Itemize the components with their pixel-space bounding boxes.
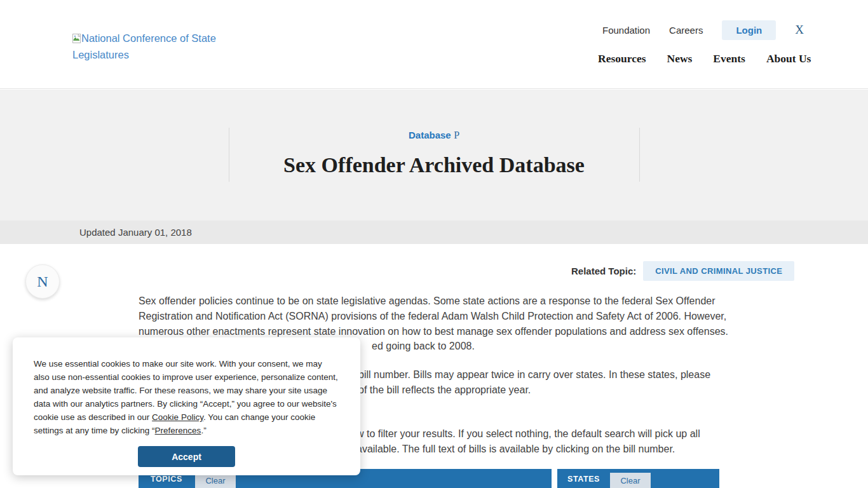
site-logo[interactable]: National Conference of State Legislature… (72, 30, 220, 62)
header: National Conference of State Legislature… (0, 0, 868, 89)
cookie-consent-dialog: We use essential cookies to make our sit… (13, 337, 360, 475)
related-topic-row: Related Topic: CIVIL AND CRIMINAL JUSTIC… (571, 261, 794, 280)
preferences-link[interactable]: Preferences (155, 426, 201, 435)
related-topic-badge[interactable]: CIVIL AND CRIMINAL JUSTICE (643, 261, 794, 281)
login-button[interactable]: Login (722, 20, 776, 40)
related-topic-label: Related Topic: (571, 266, 636, 276)
x-social-icon[interactable]: X (795, 23, 804, 37)
states-filter-panel: STATES Clear (557, 469, 719, 488)
updated-date: Updated January 01, 2018 (79, 227, 192, 238)
nav-careers[interactable]: Careers (669, 25, 703, 36)
main-nav: Resources News Events About Us (598, 52, 811, 65)
hero-section: Database P Sex Offender Archived Databas… (0, 90, 868, 220)
states-panel-title: STATES (567, 475, 600, 484)
topics-panel-title: TOPICS (151, 475, 182, 484)
states-clear-button[interactable]: Clear (610, 473, 651, 488)
breadcrumb-database-link[interactable]: Database (409, 130, 451, 140)
accept-cookies-button[interactable]: Accept (138, 446, 235, 467)
share-n-button[interactable]: N (25, 264, 60, 299)
paragraph-1-fragment: ed going back to 2008. (372, 339, 475, 354)
nav-about-us[interactable]: About Us (766, 52, 811, 65)
paragraph-3-fragment: w to filter your results. If you select … (356, 426, 700, 457)
broken-image-icon (72, 32, 81, 47)
logo-text: National Conference of State Legislature… (72, 32, 216, 60)
utility-nav: Foundation Careers Login X (602, 19, 804, 41)
nav-events[interactable]: Events (713, 52, 745, 65)
breadcrumb: Database P (0, 130, 868, 141)
paragraph-2-fragment: bill number. Bills may appear twice in c… (358, 367, 710, 398)
page-title: Sex Offender Archived Database (0, 153, 868, 177)
meta-bar: Updated January 01, 2018 (0, 220, 868, 244)
nav-news[interactable]: News (667, 52, 693, 65)
cookie-policy-link[interactable]: Cookie Policy (152, 412, 203, 422)
breadcrumb-suffix: P (454, 130, 459, 140)
cookie-text-part3: .” (201, 426, 206, 435)
cookie-consent-text: We use essential cookies to make our sit… (34, 357, 339, 437)
page: National Conference of State Legislature… (0, 0, 868, 488)
paragraph-1: Sex offender policies continue to be on … (139, 294, 736, 339)
nav-resources[interactable]: Resources (598, 52, 646, 65)
nav-foundation[interactable]: Foundation (602, 25, 650, 36)
